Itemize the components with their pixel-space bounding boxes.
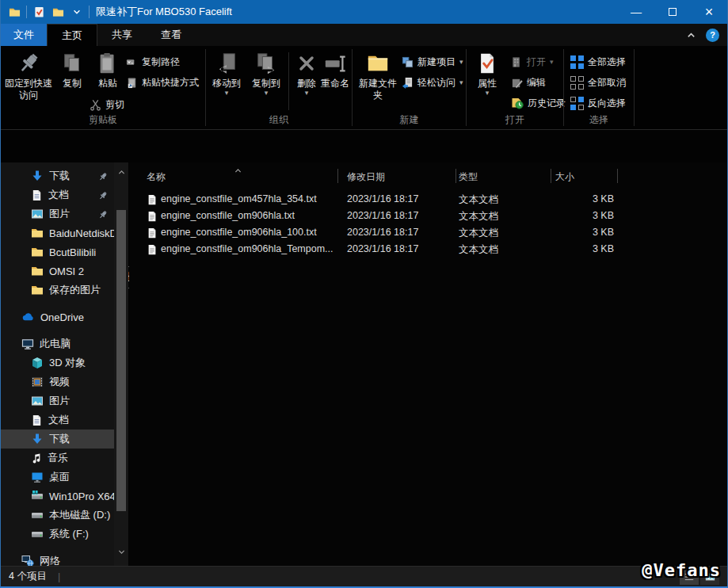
help-icon[interactable]: ? [706, 29, 719, 42]
sidebar-item-downloads-pinned[interactable]: 下载 [1, 166, 114, 185]
table-row[interactable]: engine_constfile_om457hla_354.txt 2023/1… [129, 191, 727, 208]
invert-selection-icon [570, 97, 584, 110]
copy-to-button[interactable]: 复制到 ▾ [247, 49, 285, 96]
tab-home[interactable]: 主页 [47, 24, 97, 46]
sidebar-item-3d-objects[interactable]: 3D 对象 [1, 353, 114, 372]
sidebar-item-drive-f[interactable]: 系统 (F:) [1, 525, 114, 544]
sidebar-scrollbar[interactable] [114, 162, 128, 566]
customize-toolbar-chevron-icon[interactable] [70, 4, 84, 20]
collapse-ribbon-icon[interactable] [686, 29, 696, 40]
main-area: 下载 文档 图片 BaiduNetdiskD [1, 162, 727, 566]
copy-to-icon [254, 49, 278, 78]
close-button[interactable]: × [691, 0, 727, 24]
column-divider[interactable] [337, 169, 338, 183]
table-row[interactable]: engine_constfile_om906hla_100.txt 2023/1… [129, 224, 727, 241]
sidebar-item-documents-pinned[interactable]: 文档 [1, 185, 114, 204]
scroll-up-icon[interactable] [116, 167, 126, 177]
open-button[interactable]: 打开 ▾ [511, 52, 554, 71]
column-divider[interactable] [617, 169, 618, 183]
toolbar-separator [89, 6, 90, 18]
ribbon-group-organize: 移动到 ▾ 复制到 ▾ 删除 ▾ 重命名 组织 [206, 46, 352, 129]
sidebar-item-omsi2[interactable]: OMSI 2 [1, 262, 114, 281]
scrollbar-thumb[interactable] [116, 210, 126, 511]
column-divider[interactable] [551, 169, 551, 183]
table-row[interactable]: engine_constfile_om906hla.txt 2023/1/16 … [129, 208, 727, 224]
system-drive-icon [31, 490, 44, 503]
explorer-window: 限速补丁For MBO530 Facelift — × 文件 主页 共享 查看 … [0, 0, 728, 588]
rename-button[interactable]: 重命名 [318, 49, 352, 90]
properties-check-icon[interactable] [32, 4, 46, 20]
sidebar-item-documents[interactable]: 文档 [1, 410, 114, 430]
tab-view[interactable]: 查看 [147, 24, 196, 46]
paste-icon [96, 49, 120, 78]
paste-button[interactable]: 粘贴 [90, 49, 126, 90]
tab-share[interactable]: 共享 [97, 24, 147, 46]
new-item-button[interactable]: 新建项目 ▾ [402, 52, 463, 71]
new-folder-icon[interactable] [51, 4, 65, 20]
sidebar-item-downloads-selected[interactable]: 下载 [1, 430, 114, 449]
sidebar-item-this-pc[interactable]: 此电脑 [1, 334, 114, 353]
status-separator: | [58, 571, 60, 582]
computer-icon [21, 338, 34, 351]
status-bar: 4 个项目 | [1, 566, 727, 586]
sidebar-item-pictures-pinned[interactable]: 图片 [1, 204, 114, 223]
cut-button[interactable]: 剪切 [90, 95, 124, 114]
easy-access-button[interactable]: 轻松访问 ▾ [402, 73, 463, 92]
inner-divider [288, 52, 289, 110]
column-header-date[interactable]: 修改日期 [347, 170, 385, 184]
sidebar-item-pictures[interactable]: 图片 [1, 391, 114, 410]
invert-selection-button[interactable]: 反向选择 [570, 94, 626, 113]
column-header-size[interactable]: 大小 [555, 170, 574, 184]
sidebar-item-system-drive[interactable]: Win10Pro X64 [1, 487, 114, 506]
delete-button[interactable]: 删除 ▾ [292, 49, 322, 96]
sidebar-item-drive-d[interactable]: 本地磁盘 (D:) [1, 506, 114, 525]
sidebar-item-network[interactable]: 网络 [1, 552, 114, 566]
properties-button[interactable]: 属性 ▾ [470, 49, 505, 96]
paste-shortcut-button[interactable]: 粘贴快捷方式 [126, 73, 199, 92]
pin-icon [17, 49, 40, 78]
column-divider[interactable] [455, 169, 456, 183]
rename-icon [323, 49, 347, 78]
select-all-button[interactable]: 全部选择 [570, 52, 626, 71]
column-header-name[interactable]: 名称 [147, 170, 166, 184]
maximize-icon [669, 8, 677, 16]
column-header-type[interactable]: 类型 [459, 170, 478, 184]
group-label-new: 新建 [353, 113, 466, 127]
folder-icon[interactable] [7, 4, 21, 20]
scroll-down-icon[interactable] [116, 547, 126, 556]
new-folder-icon [366, 49, 390, 78]
minimize-button[interactable]: — [618, 0, 654, 24]
sidebar-item-videos[interactable]: 视频 [1, 372, 114, 391]
window-title: 限速补丁For MBO530 Facelift [96, 5, 232, 19]
copy-button[interactable]: 复制 [56, 49, 88, 90]
sidebar-item-bcutbilibili[interactable]: BcutBilibili [1, 242, 114, 262]
new-folder-button[interactable]: 新建文件夹 [357, 49, 398, 101]
edit-button[interactable]: 编辑 [511, 73, 546, 92]
tab-file[interactable]: 文件 [1, 24, 47, 46]
copy-path-button[interactable]: 复制路径 [126, 52, 180, 71]
move-to-button[interactable]: 移动到 ▾ [208, 49, 246, 96]
pin-icon [98, 189, 108, 201]
table-row[interactable]: engine_constfile_om906hla_Tempom... 2023… [129, 241, 727, 258]
sidebar-item-saved-pictures[interactable]: 保存的图片 [1, 281, 114, 300]
drive-icon [31, 509, 44, 522]
copy-icon [60, 49, 84, 78]
document-icon [31, 414, 43, 426]
select-none-button[interactable]: 全部取消 [570, 73, 626, 92]
sidebar-item-music[interactable]: 音乐 [1, 449, 114, 468]
group-label-select: 选择 [564, 113, 634, 127]
pin-to-quick-access-button[interactable]: 固定到快速访问 [4, 49, 53, 101]
sidebar-item-baidunetdisk[interactable]: BaiduNetdiskD [1, 223, 114, 242]
cut-icon [90, 98, 101, 110]
onedrive-icon [21, 311, 35, 324]
maximize-button[interactable] [654, 0, 691, 24]
sidebar-item-desktop[interactable]: 桌面 [1, 468, 114, 487]
history-button[interactable]: 历史记录 [511, 94, 566, 113]
select-all-icon [570, 55, 584, 69]
group-label-open: 打开 [467, 113, 563, 127]
open-icon [511, 55, 523, 67]
group-divider [634, 49, 635, 126]
picture-icon [31, 208, 44, 221]
sidebar-item-onedrive[interactable]: OneDrive [1, 307, 114, 326]
group-label-clipboard: 剪贴板 [1, 113, 205, 127]
